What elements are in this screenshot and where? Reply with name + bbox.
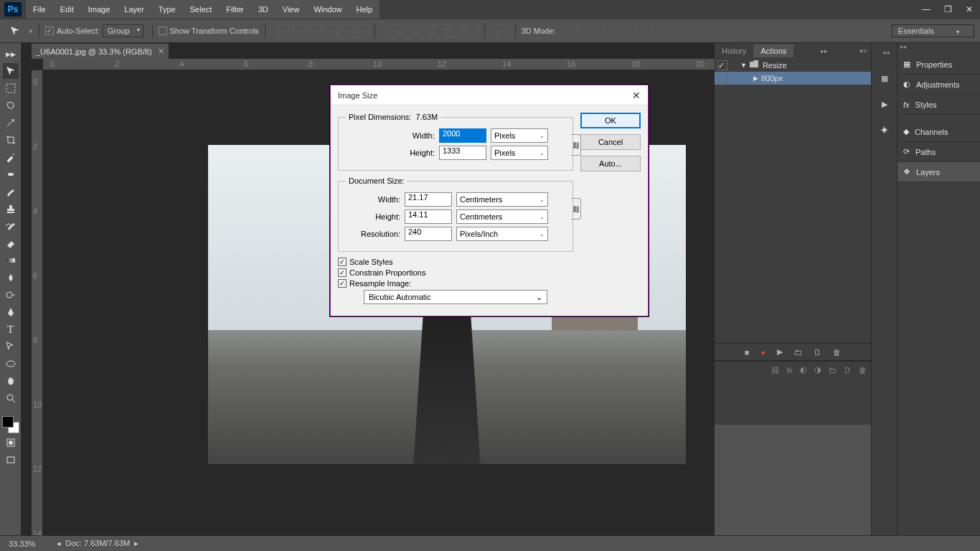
sidebar-item-layers[interactable]: ❖Layers	[897, 162, 980, 182]
disclosure-icon[interactable]: ▶	[753, 75, 758, 82]
shape-tool[interactable]	[3, 356, 19, 372]
menu-edit[interactable]: Edit	[53, 2, 81, 17]
dialog-close-icon[interactable]: ✕	[632, 90, 641, 101]
menu-filter[interactable]: Filter	[219, 2, 250, 17]
resample-checkbox[interactable]: ✓	[338, 279, 347, 288]
zoom-level[interactable]: 33.33%	[9, 540, 35, 548]
ok-button[interactable]: OK	[580, 113, 641, 128]
brush-tool[interactable]	[3, 184, 19, 199]
link-icon[interactable]: ⛓	[571, 198, 581, 220]
menu-select[interactable]: Select	[183, 2, 220, 17]
3d-icon[interactable]	[640, 24, 653, 37]
3d-icon[interactable]	[624, 24, 637, 37]
dialog-titlebar[interactable]: Image Size ✕	[331, 85, 648, 105]
expand-tool-icon[interactable]: ▸▸	[3, 46, 19, 62]
menu-image[interactable]: Image	[81, 2, 118, 17]
workspace-selector[interactable]: Essentials ▾	[892, 24, 974, 37]
link-icon[interactable]: ⛓	[771, 366, 779, 375]
doc-width-unit[interactable]: Centimeters⌄	[456, 192, 548, 207]
mask-icon[interactable]: ◐	[800, 365, 807, 375]
distribute-icon[interactable]	[450, 24, 463, 37]
doc-size-status[interactable]: ◂Doc: 7.63M/7.63M▸	[57, 539, 138, 548]
maximize-button[interactable]: ❐	[937, 2, 958, 17]
hand-tool[interactable]	[3, 373, 19, 389]
align-icon[interactable]	[324, 24, 337, 37]
expand-icon[interactable]: ▸▸	[897, 43, 980, 55]
doc-width-input[interactable]: 21.17	[405, 192, 452, 207]
document-tab[interactable]: _U6A0001.jpg @ 33.3% (RGB/8) ✕	[32, 43, 169, 59]
properties-icon[interactable]: ▦	[877, 70, 892, 86]
expand-icon[interactable]: ◂◂	[880, 49, 890, 60]
align-icon[interactable]	[293, 24, 306, 37]
3d-icon[interactable]	[577, 24, 590, 37]
move-tool[interactable]	[3, 63, 19, 79]
panel-collapse-icon[interactable]: ▸▸	[816, 47, 832, 55]
play-icon[interactable]: ▶	[877, 96, 892, 112]
menu-window[interactable]: Window	[306, 2, 349, 17]
panel-menu-icon[interactable]: ▾≡	[855, 47, 871, 55]
doc-height-unit[interactable]: Centimeters⌄	[456, 209, 548, 224]
3d-icon[interactable]	[561, 24, 574, 37]
path-tool[interactable]	[3, 339, 19, 354]
type-tool[interactable]: T	[3, 321, 19, 337]
stamp-tool[interactable]	[3, 201, 19, 217]
3d-icon[interactable]	[593, 24, 606, 37]
action-set-row[interactable]: ✓ ▼ Resize	[715, 59, 871, 72]
constrain-checkbox[interactable]: ✓	[338, 268, 347, 277]
blur-tool[interactable]	[3, 270, 19, 286]
distribute-icon[interactable]	[402, 24, 415, 37]
sidebar-item-adjustments[interactable]: ◐Adjustments	[897, 75, 980, 95]
distribute-icon[interactable]	[418, 24, 431, 37]
menu-view[interactable]: View	[275, 2, 307, 17]
disclosure-icon[interactable]: ▼	[740, 62, 747, 69]
menu-3d[interactable]: 3D	[251, 2, 275, 17]
distribute-icon[interactable]	[387, 24, 400, 37]
sidebar-item-styles[interactable]: fxStyles	[897, 95, 980, 115]
resample-method-dropdown[interactable]: Bicubic Automatic⌄	[364, 290, 547, 304]
pixel-height-unit[interactable]: Pixels⌄	[491, 146, 548, 160]
group-icon[interactable]: 🗀	[829, 366, 837, 375]
align-icon[interactable]	[356, 24, 369, 37]
link-icon[interactable]: ⛓	[571, 134, 581, 156]
lasso-tool[interactable]	[3, 98, 19, 113]
pen-tool[interactable]	[3, 304, 19, 320]
stop-icon[interactable]: ■	[745, 348, 750, 357]
cancel-button[interactable]: Cancel	[580, 134, 641, 150]
pixel-width-input[interactable]: 2000	[439, 128, 486, 143]
auto-select-checkbox[interactable]: ✓	[45, 27, 54, 35]
gradient-tool[interactable]	[3, 253, 19, 268]
play-icon[interactable]: ▶	[777, 347, 783, 357]
scale-styles-checkbox[interactable]: ✓	[338, 258, 347, 266]
trash-icon[interactable]: 🗑	[859, 366, 867, 375]
pixel-width-unit[interactable]: Pixels⌄	[491, 128, 548, 143]
tab-actions[interactable]: Actions	[753, 44, 793, 57]
align-icon[interactable]	[340, 24, 353, 37]
transform-checkbox[interactable]	[159, 27, 167, 35]
distribute-icon[interactable]	[434, 24, 447, 37]
doc-height-input[interactable]: 14.11	[405, 209, 452, 224]
menu-help[interactable]: Help	[349, 2, 380, 17]
eraser-tool[interactable]	[3, 235, 19, 251]
tab-history[interactable]: History	[715, 44, 753, 57]
crop-tool[interactable]	[3, 132, 19, 148]
3d-icon[interactable]	[608, 24, 621, 37]
brush-icon[interactable]: ✦	[877, 122, 892, 138]
quickmask-tool[interactable]	[3, 435, 19, 451]
align-icon[interactable]	[277, 24, 290, 37]
resolution-input[interactable]: 240	[405, 227, 452, 241]
distribute-icon[interactable]	[466, 24, 479, 37]
adjustment-icon[interactable]: ◑	[814, 365, 821, 375]
pixel-height-input[interactable]: 1333	[439, 146, 486, 160]
screenmode-tool[interactable]	[3, 452, 19, 468]
auto-button[interactable]: Auto...	[580, 156, 641, 171]
fx-icon[interactable]: fx	[786, 366, 793, 375]
sidebar-item-channels[interactable]: ◆Channels	[897, 122, 980, 142]
heal-tool[interactable]	[3, 166, 19, 182]
align-icon[interactable]	[308, 24, 321, 37]
new-action-icon[interactable]: 🗋	[814, 348, 821, 357]
history-brush-tool[interactable]	[3, 218, 19, 234]
menu-type[interactable]: Type	[151, 2, 183, 17]
sidebar-item-properties[interactable]: ▦Properties	[897, 55, 980, 75]
eyedropper-tool[interactable]	[3, 149, 19, 165]
record-icon[interactable]: ●	[761, 348, 766, 357]
